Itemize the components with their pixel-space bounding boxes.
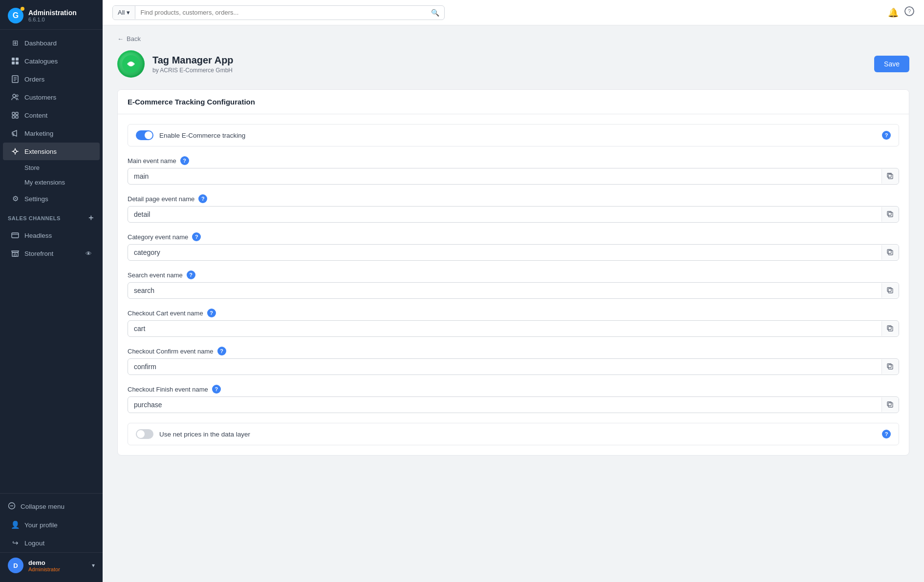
net-prices-toggle[interactable] xyxy=(136,429,153,439)
sidebar-subitem-my-extensions[interactable]: My extensions xyxy=(3,175,100,189)
back-link[interactable]: ← Back xyxy=(117,35,909,42)
sidebar: G Administration 6.6.1.0 ⊞ Dashboard Cat… xyxy=(0,0,103,582)
net-prices-label-group: Use net prices in the data layer xyxy=(136,429,250,439)
svg-rect-15 xyxy=(12,233,19,238)
sidebar-item-extensions[interactable]: Extensions xyxy=(3,143,100,160)
svg-rect-31 xyxy=(888,289,893,293)
svg-rect-36 xyxy=(887,364,891,368)
category-event-name-copy-button[interactable] xyxy=(881,245,899,260)
category-event-name-field: Category event name ? xyxy=(128,232,899,261)
main-event-name-input[interactable] xyxy=(128,168,881,184)
category-event-name-input[interactable] xyxy=(128,245,881,260)
checkout-finish-event-name-label: Checkout Finish event name xyxy=(128,386,208,393)
svg-text:?: ? xyxy=(908,8,911,14)
dashboard-icon: ⊞ xyxy=(11,39,20,47)
checkout-confirm-event-name-copy-button[interactable] xyxy=(881,359,899,374)
sidebar-nav: ⊞ Dashboard Catalogues Orders Customers xyxy=(0,30,103,493)
topbar: All ▾ 🔍 🔔 ? xyxy=(103,0,924,25)
svg-rect-33 xyxy=(888,327,893,331)
checkout-cart-event-name-copy-button[interactable] xyxy=(881,321,899,336)
detail-page-event-name-copy-button[interactable] xyxy=(881,207,899,222)
sidebar-subitem-store[interactable]: Store xyxy=(3,161,100,175)
marketing-icon xyxy=(11,129,20,138)
sidebar-item-your-profile[interactable]: 👤 Your profile xyxy=(3,516,100,534)
checkout-confirm-event-name-label: Checkout Confirm event name xyxy=(128,348,214,355)
sidebar-item-label: Catalogues xyxy=(24,58,58,65)
config-card: E-Commerce Tracking Configuration Enable… xyxy=(117,89,909,456)
svg-rect-26 xyxy=(887,173,891,177)
add-sales-channel-button[interactable]: ＋ xyxy=(87,213,95,223)
app-title: Tag Manager App xyxy=(152,55,234,66)
page-content: ← Back Ta xyxy=(103,25,924,582)
checkout-cart-event-name-help-icon[interactable]: ? xyxy=(207,309,216,317)
detail-page-event-name-field: Detail page event name ? xyxy=(128,194,899,223)
search-event-name-help-icon[interactable]: ? xyxy=(187,270,195,279)
sidebar-item-settings[interactable]: ⚙ Settings xyxy=(3,190,100,208)
category-event-name-input-row xyxy=(128,244,899,261)
search-icon[interactable]: 🔍 xyxy=(426,6,444,20)
sidebar-item-label: Settings xyxy=(24,195,48,203)
search-event-name-input[interactable] xyxy=(128,283,881,298)
avatar: D xyxy=(8,558,23,573)
main-event-name-copy-button[interactable] xyxy=(881,169,899,184)
checkout-finish-event-name-field: Checkout Finish event name ? xyxy=(128,385,899,413)
storefront-icon xyxy=(11,249,20,258)
enable-tracking-help-icon[interactable]: ? xyxy=(882,131,891,140)
sidebar-item-dashboard[interactable]: ⊞ Dashboard xyxy=(3,34,100,52)
checkout-confirm-event-name-help-icon[interactable]: ? xyxy=(217,347,226,355)
search-event-name-label: Search event name xyxy=(128,271,183,279)
checkout-cart-event-name-input[interactable] xyxy=(128,321,881,336)
enable-tracking-row: Enable E-Commerce tracking ? xyxy=(128,124,899,146)
help-icon[interactable]: ? xyxy=(904,6,914,19)
detail-page-event-name-help-icon[interactable]: ? xyxy=(198,194,207,203)
checkout-cart-event-name-label: Checkout Cart event name xyxy=(128,310,203,317)
sidebar-item-label: Extensions xyxy=(24,148,57,155)
checkout-finish-event-name-copy-button[interactable] xyxy=(881,397,899,412)
svg-rect-11 xyxy=(16,112,18,115)
checkout-cart-event-name-input-row xyxy=(128,320,899,337)
sidebar-bottom: Collapse menu 👤 Your profile ↪ Logout D … xyxy=(0,493,103,582)
checkout-finish-event-name-input[interactable] xyxy=(128,397,881,413)
svg-rect-13 xyxy=(16,116,18,118)
sidebar-item-label: Dashboard xyxy=(24,40,57,47)
sidebar-item-catalogues[interactable]: Catalogues xyxy=(3,52,100,70)
net-prices-help-icon[interactable]: ? xyxy=(882,430,891,438)
notifications-icon[interactable]: 🔔 xyxy=(888,7,899,18)
svg-rect-27 xyxy=(888,212,893,217)
enable-tracking-toggle[interactable] xyxy=(136,130,153,140)
search-filter-dropdown[interactable]: All ▾ xyxy=(113,6,135,19)
sidebar-item-headless[interactable]: Headless xyxy=(3,227,100,244)
main-event-name-field: Main event name ? xyxy=(128,156,899,185)
user-role: Administrator xyxy=(28,566,60,572)
search-event-name-copy-button[interactable] xyxy=(881,283,899,298)
sidebar-logo: G Administration 6.6.1.0 xyxy=(0,0,103,30)
sidebar-item-logout[interactable]: ↪ Logout xyxy=(3,534,100,552)
svg-rect-34 xyxy=(887,326,891,330)
category-event-name-help-icon[interactable]: ? xyxy=(192,232,201,241)
checkout-confirm-event-name-field: Checkout Confirm event name ? xyxy=(128,347,899,375)
main-event-name-help-icon[interactable]: ? xyxy=(180,156,189,165)
sidebar-item-label: Marketing xyxy=(24,130,53,137)
chevron-down-icon: ▾ xyxy=(127,9,130,16)
app-logo xyxy=(117,50,145,78)
sidebar-item-content[interactable]: Content xyxy=(3,106,100,124)
detail-page-event-name-input[interactable] xyxy=(128,207,881,222)
svg-rect-25 xyxy=(888,174,893,179)
storefront-visibility-icon[interactable]: 👁 xyxy=(86,250,92,257)
checkout-confirm-event-name-input[interactable] xyxy=(128,359,881,374)
checkout-finish-event-name-help-icon[interactable]: ? xyxy=(212,385,221,394)
svg-rect-32 xyxy=(887,288,891,291)
sidebar-item-label: Content xyxy=(24,112,47,119)
detail-page-event-name-input-row xyxy=(128,206,899,223)
logo-icon: G xyxy=(8,8,23,23)
save-button[interactable]: Save xyxy=(874,56,909,72)
sidebar-item-storefront[interactable]: Storefront 👁 xyxy=(3,245,100,262)
logout-icon: ↪ xyxy=(11,539,20,547)
sidebar-item-marketing[interactable]: Marketing xyxy=(3,125,100,142)
svg-rect-38 xyxy=(887,402,891,406)
search-input[interactable] xyxy=(135,6,426,19)
collapse-menu-button[interactable]: Collapse menu xyxy=(0,498,103,516)
sidebar-item-orders[interactable]: Orders xyxy=(3,70,100,88)
user-section[interactable]: D demo Administrator ▾ xyxy=(0,552,103,578)
sidebar-item-customers[interactable]: Customers xyxy=(3,88,100,106)
